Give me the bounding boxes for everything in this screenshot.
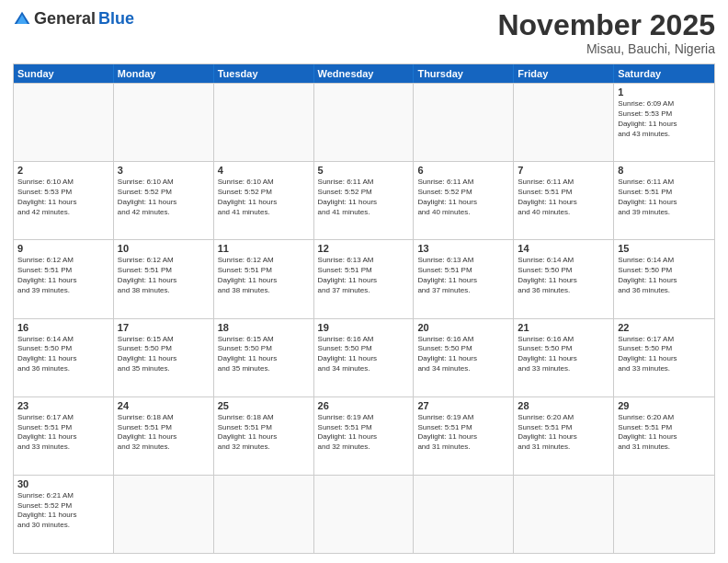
calendar-header-row: SundayMondayTuesdayWednesdayThursdayFrid… — [14, 64, 714, 83]
cell-text: Sunrise: 6:14 AM Sunset: 5:50 PM Dayligh… — [618, 256, 711, 295]
cell-text: Sunrise: 6:12 AM Sunset: 5:51 PM Dayligh… — [218, 256, 310, 295]
cal-cell: 28Sunrise: 6:20 AM Sunset: 5:51 PM Dayli… — [514, 397, 614, 475]
cal-header-saturday: Saturday — [614, 64, 714, 83]
cell-text: Sunrise: 6:15 AM Sunset: 5:50 PM Dayligh… — [118, 335, 210, 374]
cell-text: Sunrise: 6:19 AM Sunset: 5:51 PM Dayligh… — [318, 413, 410, 453]
calendar-body: 1Sunrise: 6:09 AM Sunset: 5:53 PM Daylig… — [14, 83, 714, 553]
cal-row-2: 9Sunrise: 6:12 AM Sunset: 5:51 PM Daylig… — [14, 239, 714, 317]
logo-blue: Blue — [98, 9, 134, 29]
cal-cell: 25Sunrise: 6:18 AM Sunset: 5:51 PM Dayli… — [214, 397, 314, 475]
day-number: 21 — [518, 322, 609, 333]
cal-cell: 9Sunrise: 6:12 AM Sunset: 5:51 PM Daylig… — [14, 240, 114, 317]
cell-text: Sunrise: 6:09 AM Sunset: 5:53 PM Dayligh… — [618, 99, 711, 139]
cal-cell: 11Sunrise: 6:12 AM Sunset: 5:51 PM Dayli… — [214, 240, 314, 317]
day-number: 24 — [118, 400, 210, 411]
cal-cell: 26Sunrise: 6:19 AM Sunset: 5:51 PM Dayli… — [314, 397, 415, 475]
cell-text: Sunrise: 6:12 AM Sunset: 5:51 PM Dayligh… — [118, 256, 210, 295]
day-number: 17 — [118, 322, 210, 333]
cal-cell — [214, 476, 314, 553]
day-number: 10 — [118, 243, 210, 254]
cal-cell: 13Sunrise: 6:13 AM Sunset: 5:51 PM Dayli… — [414, 240, 514, 317]
cal-header-tuesday: Tuesday — [214, 64, 314, 83]
cal-cell — [114, 84, 214, 161]
location: Misau, Bauchi, Nigeria — [497, 41, 715, 56]
cell-text: Sunrise: 6:11 AM Sunset: 5:51 PM Dayligh… — [618, 178, 711, 217]
cell-text: Sunrise: 6:11 AM Sunset: 5:51 PM Dayligh… — [518, 178, 609, 217]
cal-cell — [514, 84, 614, 161]
day-number: 4 — [218, 165, 310, 176]
cell-text: Sunrise: 6:13 AM Sunset: 5:51 PM Dayligh… — [318, 256, 410, 295]
cell-text: Sunrise: 6:12 AM Sunset: 5:51 PM Dayligh… — [17, 256, 109, 295]
cal-cell: 10Sunrise: 6:12 AM Sunset: 5:51 PM Dayli… — [114, 240, 214, 317]
cell-text: Sunrise: 6:16 AM Sunset: 5:50 PM Dayligh… — [417, 335, 509, 374]
cell-text: Sunrise: 6:10 AM Sunset: 5:53 PM Dayligh… — [17, 178, 109, 217]
cal-header-sunday: Sunday — [14, 64, 114, 83]
day-number: 30 — [17, 478, 109, 489]
day-number: 3 — [118, 165, 210, 176]
day-number: 9 — [17, 243, 109, 254]
cal-cell: 24Sunrise: 6:18 AM Sunset: 5:51 PM Dayli… — [114, 397, 214, 475]
cal-header-friday: Friday — [514, 64, 614, 83]
cell-text: Sunrise: 6:16 AM Sunset: 5:50 PM Dayligh… — [518, 335, 609, 374]
logo-area: GeneralBlue — [13, 9, 134, 29]
cal-cell — [614, 476, 714, 553]
cal-cell: 29Sunrise: 6:20 AM Sunset: 5:51 PM Dayli… — [614, 397, 714, 475]
day-number: 22 — [618, 322, 711, 333]
logo-general: General — [34, 9, 96, 29]
cal-cell: 16Sunrise: 6:14 AM Sunset: 5:50 PM Dayli… — [14, 319, 114, 396]
cal-header-wednesday: Wednesday — [314, 64, 415, 83]
cal-cell: 30Sunrise: 6:21 AM Sunset: 5:52 PM Dayli… — [14, 476, 114, 553]
cell-text: Sunrise: 6:15 AM Sunset: 5:50 PM Dayligh… — [218, 335, 310, 374]
day-number: 7 — [518, 165, 609, 176]
day-number: 13 — [417, 243, 509, 254]
day-number: 26 — [318, 400, 410, 411]
cal-row-1: 2Sunrise: 6:10 AM Sunset: 5:53 PM Daylig… — [14, 161, 714, 239]
cal-header-monday: Monday — [114, 64, 214, 83]
cal-cell: 7Sunrise: 6:11 AM Sunset: 5:51 PM Daylig… — [514, 162, 614, 239]
cal-cell: 2Sunrise: 6:10 AM Sunset: 5:53 PM Daylig… — [14, 162, 114, 239]
cal-cell: 1Sunrise: 6:09 AM Sunset: 5:53 PM Daylig… — [614, 84, 714, 161]
day-number: 25 — [218, 400, 310, 411]
day-number: 14 — [518, 243, 609, 254]
cal-cell: 8Sunrise: 6:11 AM Sunset: 5:51 PM Daylig… — [614, 162, 714, 239]
cell-text: Sunrise: 6:10 AM Sunset: 5:52 PM Dayligh… — [218, 178, 310, 217]
cal-cell: 6Sunrise: 6:11 AM Sunset: 5:52 PM Daylig… — [414, 162, 514, 239]
day-number: 20 — [417, 322, 509, 333]
cal-cell — [414, 84, 514, 161]
day-number: 23 — [17, 400, 109, 411]
cal-row-5: 30Sunrise: 6:21 AM Sunset: 5:52 PM Dayli… — [14, 475, 714, 553]
cal-cell: 22Sunrise: 6:17 AM Sunset: 5:50 PM Dayli… — [614, 319, 714, 396]
logo-icon — [13, 10, 31, 29]
day-number: 29 — [618, 400, 711, 411]
day-number: 27 — [417, 400, 509, 411]
day-number: 11 — [218, 243, 310, 254]
calendar: SundayMondayTuesdayWednesdayThursdayFrid… — [13, 63, 715, 554]
cell-text: Sunrise: 6:14 AM Sunset: 5:50 PM Dayligh… — [518, 256, 609, 295]
cell-text: Sunrise: 6:16 AM Sunset: 5:50 PM Dayligh… — [318, 335, 410, 374]
cal-cell: 12Sunrise: 6:13 AM Sunset: 5:51 PM Dayli… — [314, 240, 415, 317]
title-area: November 2025 Misau, Bauchi, Nigeria — [497, 9, 715, 56]
cal-cell — [314, 476, 415, 553]
cal-cell: 17Sunrise: 6:15 AM Sunset: 5:50 PM Dayli… — [114, 319, 214, 396]
day-number: 16 — [17, 322, 109, 333]
cal-cell: 18Sunrise: 6:15 AM Sunset: 5:50 PM Dayli… — [214, 319, 314, 396]
cell-text: Sunrise: 6:10 AM Sunset: 5:52 PM Dayligh… — [118, 178, 210, 217]
cal-cell: 27Sunrise: 6:19 AM Sunset: 5:51 PM Dayli… — [414, 397, 514, 475]
day-number: 18 — [218, 322, 310, 333]
cell-text: Sunrise: 6:11 AM Sunset: 5:52 PM Dayligh… — [318, 178, 410, 217]
cal-cell — [114, 476, 214, 553]
cal-row-4: 23Sunrise: 6:17 AM Sunset: 5:51 PM Dayli… — [14, 396, 714, 475]
cal-cell: 3Sunrise: 6:10 AM Sunset: 5:52 PM Daylig… — [114, 162, 214, 239]
cell-text: Sunrise: 6:13 AM Sunset: 5:51 PM Dayligh… — [417, 256, 509, 295]
cell-text: Sunrise: 6:11 AM Sunset: 5:52 PM Dayligh… — [417, 178, 509, 217]
cell-text: Sunrise: 6:17 AM Sunset: 5:50 PM Dayligh… — [618, 335, 711, 374]
page: GeneralBlue November 2025 Misau, Bauchi,… — [0, 0, 728, 563]
day-number: 1 — [618, 86, 711, 98]
cal-cell: 20Sunrise: 6:16 AM Sunset: 5:50 PM Dayli… — [414, 319, 514, 396]
cal-cell — [314, 84, 415, 161]
day-number: 2 — [17, 165, 109, 176]
cell-text: Sunrise: 6:20 AM Sunset: 5:51 PM Dayligh… — [618, 413, 711, 453]
cal-cell: 23Sunrise: 6:17 AM Sunset: 5:51 PM Dayli… — [14, 397, 114, 475]
month-title: November 2025 — [497, 9, 715, 41]
cal-row-3: 16Sunrise: 6:14 AM Sunset: 5:50 PM Dayli… — [14, 318, 714, 396]
